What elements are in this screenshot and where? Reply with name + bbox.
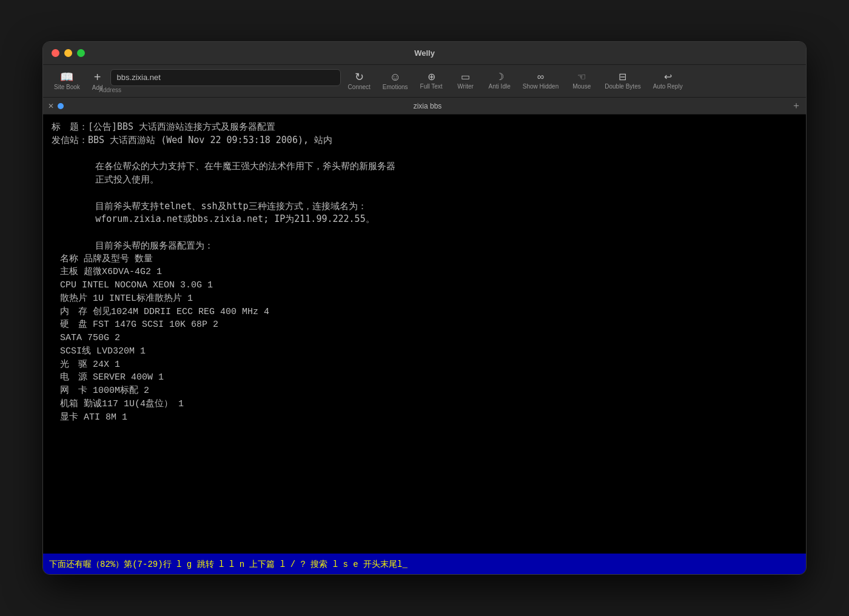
table-row: CPU INTEL NOCONA XEON 3.0G 1: [60, 279, 797, 292]
tab-close-button[interactable]: ✕: [48, 102, 54, 110]
show-hidden-icon: ∞: [537, 72, 544, 82]
double-bytes-button[interactable]: ⊟ Double Bytes: [600, 70, 645, 92]
show-hidden-button[interactable]: ∞ Show Hidden: [518, 70, 563, 92]
line5: 正式投入使用。: [52, 174, 159, 185]
show-hidden-label: Show Hidden: [523, 83, 559, 90]
double-bytes-icon: ⊟: [619, 72, 626, 82]
address-label: Address: [42, 87, 226, 93]
main-window: Welly 📖 Site Book + Add bbs.zixia.net Ad…: [42, 41, 807, 575]
connect-label: Connect: [348, 84, 371, 90]
tab-bar: ✕ zixia bbs ＋: [43, 98, 806, 115]
line2: 发信站：BBS 大话西游站 (Wed Nov 22 09:53:18 2006)…: [52, 135, 332, 146]
window-title: Welly: [414, 49, 435, 58]
table-row: SCSI线 LVD320M 1: [60, 345, 797, 358]
line1: 标 题：[公告]BBS 大话西游站连接方式及服务器配置: [52, 121, 275, 132]
writer-icon: ▭: [461, 72, 470, 82]
line4: 在各位帮众的大力支持下、在牛魔王强大的法术作用下，斧头帮的新服务器: [52, 161, 395, 172]
double-bytes-label: Double Bytes: [605, 83, 640, 90]
table-row: 主板 超微X6DVA-4G2 1: [60, 266, 797, 279]
mouse-label: Mouse: [572, 83, 591, 90]
auto-reply-button[interactable]: ↩ Auto Reply: [648, 70, 688, 92]
title-bar: Welly: [43, 42, 806, 65]
anti-idle-label: Anti Idle: [489, 83, 511, 90]
status-bar: 下面还有喔（82%）第(7-29)行 l g 跳转 l l n 上下篇 l / …: [43, 554, 806, 575]
line10: 目前斧头帮的服务器配置为：: [52, 240, 213, 251]
emotions-label: Emotions: [383, 84, 408, 90]
table-row: 网 卡 1000M标配 2: [60, 384, 797, 398]
status-text: 下面还有喔（82%）第(7-29)行 l g 跳转 l l n 上下篇 l / …: [49, 559, 408, 570]
mouse-button[interactable]: ☜ Mouse: [566, 70, 597, 92]
maximize-button[interactable]: [77, 49, 85, 57]
address-wrapper: bbs.zixia.net Address: [110, 69, 341, 93]
full-text-label: Full Text: [420, 83, 443, 90]
mouse-icon: ☜: [577, 72, 586, 82]
table-row: SATA 750G 2: [60, 332, 797, 345]
connect-button[interactable]: ↻ Connect: [343, 69, 375, 93]
tab-indicator: [58, 103, 64, 109]
auto-reply-label: Auto Reply: [653, 83, 683, 90]
emotions-icon: ☺: [390, 72, 401, 82]
table-row: 机箱 勤诚117 1U(4盘位） 1: [60, 398, 797, 411]
auto-reply-icon: ↩: [664, 72, 672, 82]
tab-add-button[interactable]: ＋: [791, 99, 801, 112]
terminal-text: 标 题：[公告]BBS 大话西游站连接方式及服务器配置 发信站：BBS 大话西游…: [52, 121, 797, 253]
table-row: 硬 盘 FST 147G SCSI 10K 68P 2: [60, 318, 797, 332]
line8: wforum.zixia.net或bbs.zixia.net; IP为211.9…: [52, 213, 375, 224]
server-table: 名称 品牌及型号 数量 主板 超微X6DVA-4G2 1 CPU INTEL N…: [52, 253, 797, 424]
tab-title: zixia bbs: [67, 102, 788, 110]
terminal-content: 标 题：[公告]BBS 大话西游站连接方式及服务器配置 发信站：BBS 大话西游…: [43, 115, 806, 554]
table-row: 光 驱 24X 1: [60, 358, 797, 372]
full-text-icon: ⊕: [428, 72, 435, 82]
close-button[interactable]: [52, 49, 59, 57]
full-text-button[interactable]: ⊕ Full Text: [415, 70, 448, 92]
table-row: 名称 品牌及型号 数量: [60, 253, 797, 266]
writer-button[interactable]: ▭ Writer: [450, 70, 482, 92]
traffic-lights: [52, 49, 85, 57]
writer-label: Writer: [457, 83, 473, 90]
anti-idle-icon: ☽: [495, 72, 504, 82]
address-input[interactable]: bbs.zixia.net: [110, 69, 341, 86]
anti-idle-button[interactable]: ☽ Anti Idle: [484, 70, 515, 92]
emotions-button[interactable]: ☺ Emotions: [378, 69, 413, 93]
connect-icon: ↻: [355, 72, 364, 82]
address-value: bbs.zixia.net: [117, 73, 161, 82]
table-row: 显卡 ATI 8M 1: [60, 411, 797, 424]
table-row: 电 源 SERVER 400W 1: [60, 371, 797, 384]
toolbar: 📖 Site Book + Add bbs.zixia.net Address …: [43, 65, 806, 98]
line7: 目前斧头帮支持telnet、ssh及http三种连接方式，连接域名为：: [52, 201, 367, 212]
table-row: 散热片 1U INTEL标准散热片 1: [60, 292, 797, 306]
site-book-icon: 📖: [60, 72, 73, 82]
table-row: 内 存 创见1024M DDRII ECC REG 400 MHz 4: [60, 306, 797, 319]
add-icon: +: [94, 71, 101, 83]
minimize-button[interactable]: [64, 49, 72, 57]
